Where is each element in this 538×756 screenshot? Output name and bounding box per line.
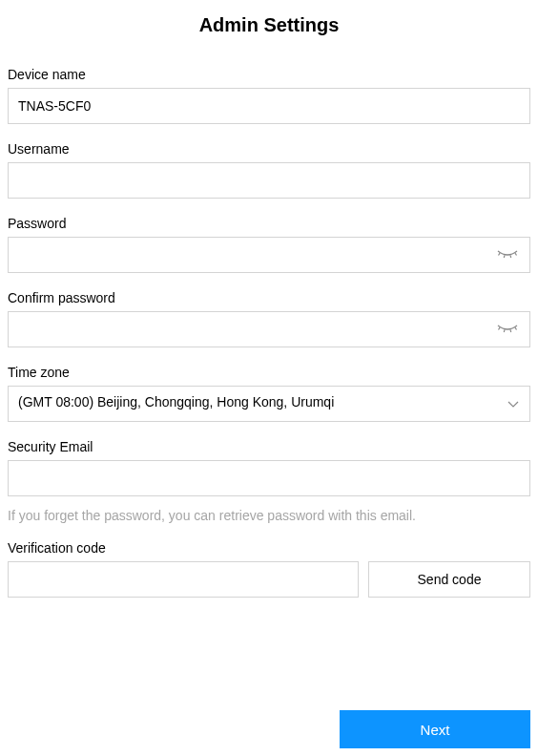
send-code-button[interactable]: Send code (368, 561, 530, 598)
verification-code-input[interactable] (8, 561, 359, 598)
svg-line-1 (504, 255, 505, 258)
page-title: Admin Settings (8, 14, 530, 36)
password-input[interactable] (8, 237, 530, 273)
device-name-label: Device name (8, 67, 530, 82)
svg-line-6 (510, 329, 511, 332)
svg-line-5 (504, 329, 505, 332)
confirm-password-label: Confirm password (8, 290, 530, 305)
device-name-input[interactable] (8, 88, 530, 124)
security-email-label: Security Email (8, 439, 530, 454)
eye-closed-icon[interactable] (496, 249, 519, 261)
password-label: Password (8, 216, 530, 231)
svg-line-7 (515, 327, 517, 329)
security-email-helper: If you forget the password, you can retr… (8, 508, 530, 523)
username-input[interactable] (8, 162, 530, 199)
svg-line-4 (499, 327, 501, 329)
security-email-input[interactable] (8, 460, 530, 496)
next-button[interactable]: Next (340, 710, 530, 748)
verification-code-label: Verification code (8, 540, 530, 556)
confirm-password-input[interactable] (8, 311, 530, 347)
svg-line-3 (515, 253, 517, 255)
timezone-label: Time zone (8, 365, 530, 380)
timezone-select[interactable]: (GMT 08:00) Beijing, Chongqing, Hong Kon… (8, 386, 530, 422)
svg-line-2 (510, 255, 511, 258)
eye-closed-icon[interactable] (496, 324, 519, 335)
svg-line-0 (499, 253, 501, 255)
username-label: Username (8, 141, 530, 157)
